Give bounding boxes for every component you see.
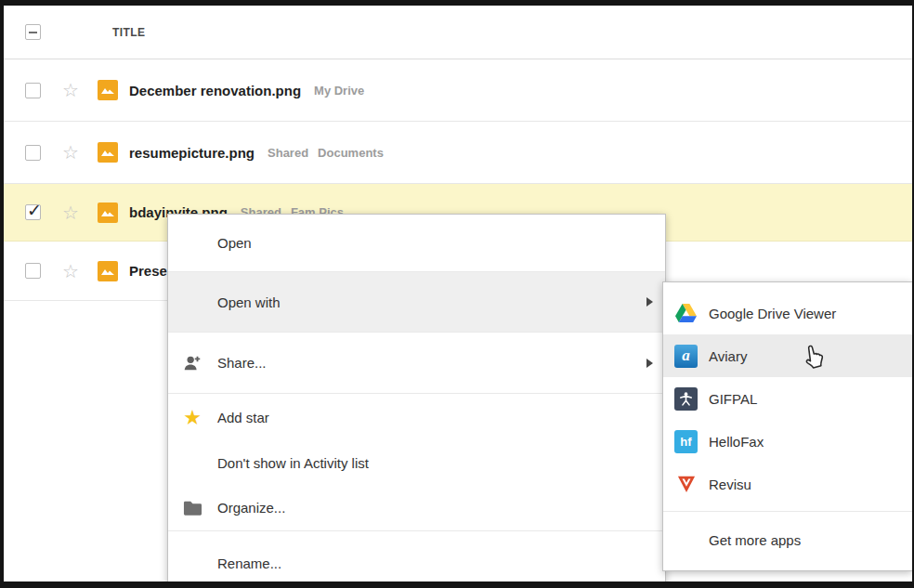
submenu-item-label: Aviary [709, 348, 747, 364]
person-add-icon [181, 352, 203, 374]
menu-item-label: Open [217, 235, 252, 251]
menu-item-open[interactable]: Open [168, 215, 665, 271]
star-icon[interactable]: ☆ [61, 143, 80, 162]
submenu-item-gifpal[interactable]: GIFPAL [663, 377, 912, 420]
select-all-checkbox[interactable] [25, 24, 41, 40]
submenu-item-label: Get more apps [709, 532, 801, 548]
aviary-icon: a [674, 345, 698, 368]
table-row[interactable]: ☆ December renovation.png My Drive [4, 59, 912, 122]
submenu-item-label: Revisu [709, 477, 751, 492]
submenu-item-get-more-apps[interactable]: Get more apps [663, 512, 912, 568]
menu-item-label: Rename... [217, 555, 281, 571]
submenu-item-label: GIFPAL [709, 391, 757, 407]
menu-item-label: Add star [217, 410, 269, 425]
gifpal-icon [674, 387, 698, 411]
menu-item-organize[interactable]: Organize... [168, 485, 665, 530]
menu-item-rename[interactable]: Rename... [168, 531, 665, 581]
menu-item-dont-show-activity[interactable]: Don't show in Activity list [168, 441, 665, 485]
google-drive-icon [674, 302, 698, 325]
star-icon[interactable]: ☆ [61, 81, 80, 99]
hellofax-icon: hf [674, 430, 698, 453]
menu-item-label: Share... [217, 355, 267, 371]
row-checkbox[interactable] [25, 83, 41, 98]
menu-item-label: Don't show in Activity list [217, 455, 369, 471]
image-file-icon [98, 142, 118, 163]
submenu-item-label: HelloFax [709, 434, 764, 450]
file-location[interactable]: My Drive [314, 84, 364, 98]
submenu-item-revisu[interactable]: Revisu [663, 463, 912, 505]
menu-item-add-star[interactable]: ★ Add star [168, 394, 665, 441]
row-checkbox-checked[interactable] [25, 204, 41, 220]
row-checkbox[interactable] [25, 263, 41, 279]
submenu-item-aviary[interactable]: a Aviary [663, 334, 912, 377]
folder-icon [181, 497, 203, 519]
menu-item-label: Open with [217, 294, 281, 310]
submenu-item-label: Google Drive Viewer [709, 306, 836, 321]
file-location[interactable]: Documents [318, 146, 384, 160]
open-with-submenu: Google Drive Viewer a Aviary GIFPAL hf H… [662, 281, 912, 571]
menu-item-label: Organize... [217, 500, 285, 516]
menu-item-share[interactable]: Share... [168, 333, 665, 393]
submenu-item-google-drive-viewer[interactable]: Google Drive Viewer [663, 292, 912, 334]
title-column-header[interactable]: TITLE [112, 26, 145, 39]
context-menu: Open Open with Share... ★ Add star D [167, 214, 666, 581]
file-name[interactable]: December renovation.png [129, 83, 301, 98]
star-icon[interactable]: ☆ [61, 262, 80, 281]
image-file-icon [98, 203, 118, 223]
star-icon[interactable]: ☆ [61, 203, 80, 222]
image-file-icon [98, 261, 118, 281]
table-row[interactable]: ☆ resumepicture.png Shared Documents [4, 122, 912, 184]
submenu-arrow-icon [646, 297, 653, 307]
drive-file-list-screen: TITLE ☆ December renovation.png My Drive… [4, 6, 912, 581]
submenu-arrow-icon [646, 359, 653, 368]
hand-cursor-icon [799, 344, 827, 379]
add-star-icon: ★ [181, 407, 203, 429]
row-checkbox[interactable] [25, 145, 41, 161]
list-header: TITLE [4, 6, 912, 59]
revisu-icon [674, 473, 698, 496]
image-file-icon [98, 80, 118, 100]
file-location[interactable]: Shared [268, 146, 308, 160]
file-name[interactable]: resumepicture.png [129, 145, 255, 161]
menu-item-open-with[interactable]: Open with [168, 272, 665, 332]
submenu-item-hellofax[interactable]: hf HelloFax [663, 420, 912, 463]
